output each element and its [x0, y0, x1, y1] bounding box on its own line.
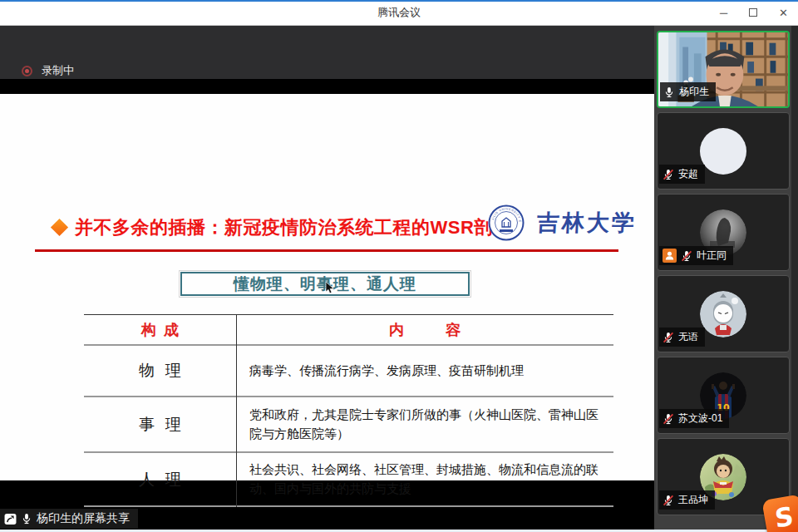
participant-tile-suwenbo[interactable]: 10 苏文波-01	[657, 357, 790, 434]
university-name: 吉林大学	[536, 208, 638, 238]
minimize-button[interactable]: ─	[718, 6, 729, 20]
mic-on-icon	[663, 86, 675, 98]
sogou-ime-icon[interactable]: S	[761, 494, 798, 532]
participant-name-tag: 王品坤	[659, 490, 715, 510]
participant-name: 苏文波-01	[678, 411, 722, 426]
recording-label: 录制中	[42, 63, 74, 78]
participant-name-tag: 无语	[659, 328, 705, 347]
record-icon	[22, 66, 32, 76]
mic-muted-icon	[681, 250, 692, 262]
row-content: 病毒学、传播流行病学、发病原理、疫苗研制机理	[249, 362, 524, 381]
window-accent-line	[0, 0, 798, 2]
slide-title: 并不多余的插播：新冠疫情防治系统工程的WSR剖析	[75, 215, 540, 240]
avatar	[700, 128, 746, 175]
wsr-table: 构成 内容 物理 病毒学、传播流行病学、发病原理、疫苗研制机理 事理 党和政府，…	[84, 314, 613, 507]
recording-bar: 录制中	[0, 26, 654, 79]
column-header-content: 内容	[389, 320, 502, 340]
participants-sidebar: 杨印生 安超	[654, 26, 798, 532]
participant-name: 无语	[678, 330, 698, 344]
table-column-divider	[236, 315, 237, 507]
row-label: 物理	[139, 360, 192, 382]
diamond-bullet-icon	[51, 219, 68, 236]
screen-share-badge: 杨印生的屏幕共享	[0, 509, 138, 529]
close-button[interactable]: ✕	[777, 6, 790, 20]
participant-name: 杨印生	[679, 85, 709, 99]
participant-name-tag: 杨印生	[660, 82, 716, 101]
table-row: 物理 病毒学、传播流行病学、发病原理、疫苗研制机理	[84, 346, 613, 397]
participant-name: 王品坤	[678, 493, 708, 507]
window-title: 腾讯会议	[377, 5, 421, 20]
row-content: 社会共识、社会网络、社区管理、封城措施、物流和信息流的联动、国内与国外的共防与支…	[249, 461, 600, 498]
participant-name-tag: 叶正同	[659, 246, 733, 265]
participant-tile-yezhengtong[interactable]: 叶正同	[657, 194, 790, 271]
row-label: 人理	[139, 469, 192, 490]
participant-name-tag: 苏文波-01	[659, 409, 729, 428]
mouse-cursor	[325, 282, 335, 295]
participant-tile-yangyinsheng[interactable]: 杨印生	[657, 31, 790, 108]
window-controls: ─ ✕	[718, 0, 790, 26]
screen-share-icon	[4, 513, 17, 525]
participant-name-tag: 安超	[659, 165, 705, 184]
row-label: 事理	[139, 414, 192, 436]
share-banner-text: 杨印生的屏幕共享	[37, 511, 130, 526]
participant-name: 叶正同	[697, 249, 727, 263]
table-row: 人理 社会共识、社会网络、社区管理、封城措施、物流和信息流的联动、国内与国外的共…	[84, 453, 613, 507]
maximize-icon	[749, 8, 757, 17]
university-seal-icon: JILIN UNIVERSITY CHINA	[488, 204, 525, 241]
participant-tile-anchao[interactable]: 安超	[657, 112, 790, 190]
titlebar[interactable]: 腾讯会议 ─ ✕	[0, 0, 798, 26]
mic-muted-icon	[663, 169, 674, 180]
mic-muted-icon	[663, 332, 674, 343]
participant-name: 安超	[678, 167, 698, 181]
member-badge-icon	[663, 249, 677, 263]
title-underline	[35, 249, 618, 252]
row-content: 党和政府，尤其是院士专家们所做的事（火神山医院、雷神山医院与方舱医院等）	[249, 406, 600, 443]
mic-muted-icon	[663, 495, 674, 506]
column-header-composition: 构成	[141, 320, 186, 340]
maximize-button[interactable]	[747, 6, 759, 20]
table-row: 事理 党和政府，尤其是院士专家们所做的事（火神山医院、雷神山医院与方舱医院等）	[84, 397, 613, 453]
sidebar-scroll-area[interactable]	[791, 26, 798, 532]
avatar	[700, 291, 746, 337]
table-header-row: 构成 内容	[84, 315, 613, 346]
mic-on-icon	[21, 513, 32, 525]
recording-indicator[interactable]: 录制中	[22, 63, 74, 78]
shared-screen-area: 录制中 并不多余的插播：新冠疫情防治系统工程的WSR剖析 JILIN UNIVE…	[0, 26, 654, 532]
app-window: 腾讯会议 ─ ✕ 录制中 并不多余的插播：新冠疫情防治系统工程的WSR剖析 JI…	[0, 0, 798, 532]
mic-muted-icon	[663, 413, 674, 425]
participant-tile-wuyu[interactable]: 无语	[657, 275, 790, 352]
